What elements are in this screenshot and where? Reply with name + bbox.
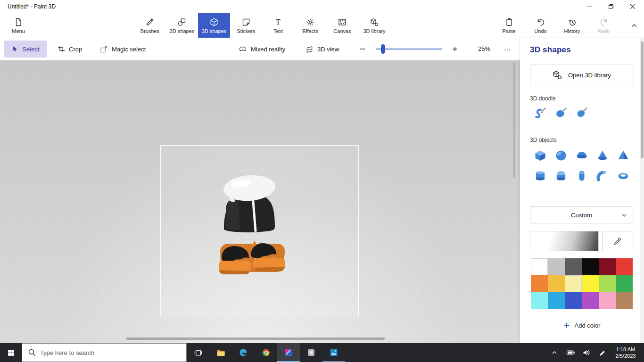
- tab-3d-library[interactable]: 3D library: [358, 13, 390, 38]
- mixed-reality-button[interactable]: Mixed reality: [234, 41, 290, 58]
- undo-button[interactable]: Undo: [525, 13, 556, 38]
- 3d-view-button[interactable]: 3D view: [301, 41, 344, 58]
- paint-3d-taskbar-icon[interactable]: [277, 343, 300, 362]
- taskbar-clock[interactable]: 1:18 AM 2/5/2023: [610, 343, 641, 362]
- text-icon: T: [273, 17, 283, 27]
- menu-button[interactable]: Menu: [0, 13, 37, 38]
- zoom-slider-thumb[interactable]: [381, 44, 385, 54]
- start-button[interactable]: [0, 343, 22, 362]
- search-icon: [28, 348, 36, 357]
- color-swatch-1[interactable]: [548, 258, 565, 275]
- color-swatch-14[interactable]: [565, 292, 582, 309]
- photos-app-icon[interactable]: [322, 343, 345, 362]
- color-swatch-12[interactable]: [531, 292, 548, 309]
- minimize-button[interactable]: [578, 0, 600, 13]
- redo-icon: [599, 17, 609, 27]
- select-cursor-icon: [11, 45, 18, 53]
- zoom-in-button[interactable]: [447, 41, 463, 57]
- ribbon-tabs: Brushes 2D shapes 3D shapes Stickers T T…: [134, 13, 390, 38]
- cube-shape-button[interactable]: [530, 145, 551, 165]
- task-view-icon: [194, 348, 203, 357]
- penguin-3d-model[interactable]: [212, 173, 299, 286]
- color-swatch-9[interactable]: [582, 275, 599, 292]
- canvas[interactable]: [160, 145, 359, 317]
- horizontal-scrollbar[interactable]: [126, 337, 385, 340]
- capsule-shape-button[interactable]: [571, 165, 592, 186]
- color-gradient-preview[interactable]: [530, 231, 599, 251]
- color-swatch-4[interactable]: [599, 258, 616, 275]
- pyramid-shape-button[interactable]: [613, 145, 634, 165]
- volume-icon[interactable]: [579, 343, 594, 362]
- eyedropper-button[interactable]: [602, 231, 633, 251]
- color-swatch-13[interactable]: [548, 292, 565, 309]
- pen-icon[interactable]: [595, 343, 609, 362]
- color-mode-dropdown[interactable]: Custom: [530, 206, 633, 223]
- color-swatch-17[interactable]: [616, 292, 633, 309]
- select-tool-button[interactable]: Select: [4, 41, 47, 58]
- paint-3d-window: Untitled* - Paint 3D Menu Brushes 2D sha…: [0, 0, 644, 362]
- app-window-icon[interactable]: [300, 343, 322, 362]
- tab-effects[interactable]: Effects: [294, 13, 326, 38]
- sphere-shape-button[interactable]: [551, 145, 571, 165]
- crop-tool-button[interactable]: Crop: [53, 41, 87, 58]
- tray-show-hidden-icons-button[interactable]: [548, 343, 561, 362]
- color-swatch-0[interactable]: [531, 258, 548, 275]
- photos-icon: [329, 348, 339, 357]
- file-explorer-icon[interactable]: [209, 343, 232, 362]
- close-button[interactable]: [622, 0, 644, 13]
- 3d-shapes-panel: 3D shapes Open 3D library 3D doodle 3D o…: [520, 38, 644, 343]
- 3d-doodle-heading: 3D doodle: [530, 95, 556, 102]
- zoom-slider[interactable]: [376, 41, 442, 58]
- title-bar: Untitled* - Paint 3D: [0, 0, 644, 13]
- tab-3d-shapes[interactable]: 3D shapes: [198, 13, 230, 38]
- tab-text[interactable]: T Text: [262, 13, 294, 38]
- sharp-edge-doodle-button[interactable]: [553, 104, 570, 121]
- color-swatch-16[interactable]: [599, 292, 616, 309]
- color-swatch-11[interactable]: [616, 275, 633, 292]
- history-button[interactable]: History: [556, 13, 588, 38]
- ribbon-toolbar: Menu Brushes 2D shapes 3D shapes Sticker…: [0, 13, 644, 38]
- soft-edge-doodle-button[interactable]: [532, 104, 549, 121]
- rounded-cylinder-shape-button[interactable]: [551, 165, 571, 186]
- add-color-button[interactable]: Add color: [530, 318, 633, 333]
- task-view-button[interactable]: [187, 343, 209, 362]
- history-icon: [568, 17, 577, 27]
- color-swatch-7[interactable]: [548, 275, 565, 292]
- more-options-button[interactable]: …: [499, 41, 516, 58]
- curved-tube-shape-button[interactable]: [592, 165, 613, 186]
- 3d-library-icon: [370, 17, 379, 27]
- tab-2d-shapes[interactable]: 2D shapes: [166, 13, 198, 38]
- zoom-out-button[interactable]: [355, 41, 371, 57]
- magic-select-tool-button[interactable]: Magic select: [95, 41, 150, 58]
- hemisphere-shape-button[interactable]: [571, 145, 592, 165]
- taskbar-search[interactable]: [22, 343, 187, 362]
- 3d-view-icon: [305, 45, 314, 53]
- battery-icon[interactable]: [563, 343, 578, 362]
- collapse-ribbon-button[interactable]: [624, 13, 644, 38]
- doughnut-icon: [617, 169, 630, 182]
- color-swatch-2[interactable]: [565, 258, 582, 275]
- color-swatch-5[interactable]: [616, 258, 633, 275]
- open-3d-library-button[interactable]: Open 3D library: [530, 65, 633, 85]
- color-swatch-8[interactable]: [565, 275, 582, 292]
- panel-scrollbar-thumb[interactable]: [641, 41, 644, 158]
- paste-button[interactable]: Paste: [493, 13, 525, 38]
- cone-shape-button[interactable]: [592, 145, 613, 165]
- tab-brushes[interactable]: Brushes: [134, 13, 166, 38]
- restore-button[interactable]: [600, 0, 622, 13]
- zoom-slider-track[interactable]: [376, 49, 442, 49]
- search-input[interactable]: [40, 344, 184, 362]
- tab-stickers[interactable]: Stickers: [230, 13, 262, 38]
- color-swatch-10[interactable]: [599, 275, 616, 292]
- color-swatch-6[interactable]: [531, 275, 548, 292]
- tube-doodle-button[interactable]: [573, 104, 590, 121]
- color-swatch-3[interactable]: [582, 258, 599, 275]
- tab-canvas[interactable]: Canvas: [326, 13, 358, 38]
- redo-button[interactable]: Redo: [588, 13, 619, 38]
- vertical-scrollbar[interactable]: [513, 62, 515, 178]
- color-swatch-15[interactable]: [582, 292, 599, 309]
- edge-browser-icon[interactable]: [232, 343, 255, 362]
- chrome-browser-icon[interactable]: [255, 343, 277, 362]
- cylinder-shape-button[interactable]: [530, 165, 551, 186]
- doughnut-shape-button[interactable]: [613, 165, 634, 186]
